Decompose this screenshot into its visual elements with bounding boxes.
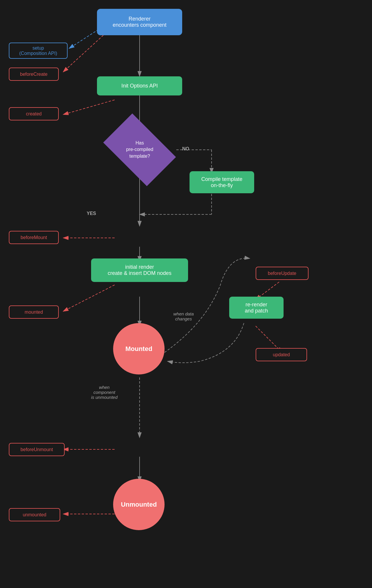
has-template-node: Haspre-compiledtemplate? bbox=[103, 113, 176, 186]
renderer-node: Rendererencounters component bbox=[97, 9, 182, 35]
unmounted-hook-node: unmounted bbox=[9, 508, 60, 521]
unmounted-circle: Unmounted bbox=[113, 479, 165, 530]
init-options-node: Init Options API bbox=[97, 76, 182, 95]
setup-node: setup(Composition API) bbox=[9, 43, 68, 59]
when-unmounted-label: whencomponentis unmounted bbox=[91, 385, 118, 400]
when-data-changes-label: when datachanges bbox=[173, 311, 194, 321]
updated-node: updated bbox=[256, 348, 307, 361]
lifecycle-diagram: Rendererencounters component setup(Compo… bbox=[0, 0, 372, 588]
yes-label: YES bbox=[87, 211, 96, 216]
svg-line-16 bbox=[63, 285, 115, 311]
before-mount-node: beforeMount bbox=[9, 231, 59, 244]
before-update-node: beforeUpdate bbox=[256, 267, 309, 280]
mounted-hook-node: mounted bbox=[9, 305, 59, 319]
initial-render-node: initial rendercreate & insert DOM nodes bbox=[91, 258, 188, 282]
no-label: NO bbox=[182, 146, 189, 152]
mounted-circle: Mounted bbox=[113, 323, 165, 374]
before-create-node: beforeCreate bbox=[9, 68, 59, 81]
compile-template-node: Compile templateon-the-fly bbox=[190, 171, 254, 193]
flow-lines bbox=[0, 0, 372, 588]
re-render-node: re-renderand patch bbox=[229, 297, 284, 319]
before-unmount-node: beforeUnmount bbox=[9, 443, 65, 456]
created-node: created bbox=[9, 107, 59, 120]
svg-line-6 bbox=[63, 100, 115, 115]
